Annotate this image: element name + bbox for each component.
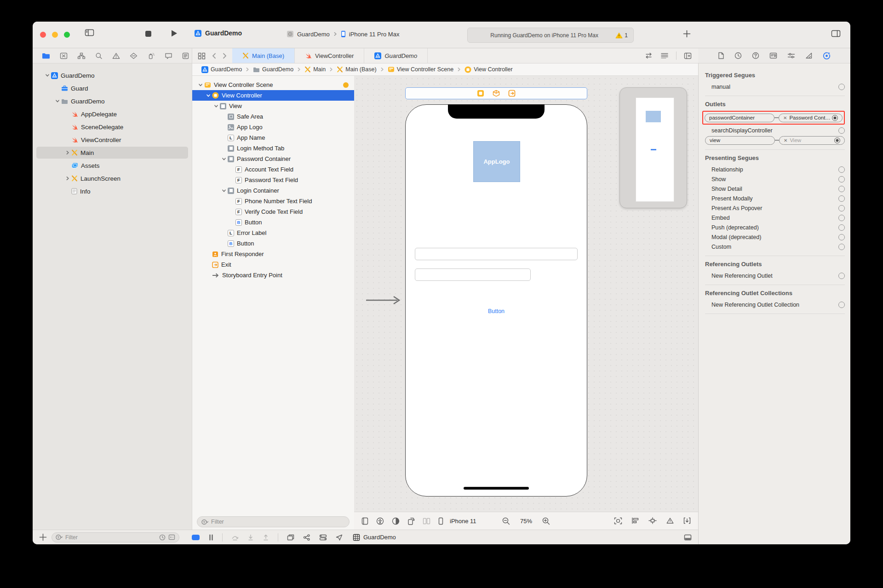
run-button[interactable]	[171, 29, 178, 37]
outline-row-account-text-field[interactable]: FAccount Text Field	[192, 164, 354, 175]
outline-row-safe-area[interactable]: Safe Area	[192, 111, 354, 122]
connection-well[interactable]	[838, 215, 845, 221]
view-controller-header-bar[interactable]	[405, 87, 587, 99]
sidebar-item-launchscreen[interactable]: LaunchScreen	[33, 172, 192, 185]
stop-button[interactable]	[145, 30, 152, 37]
tab-main-base-[interactable]: Main (Base)	[232, 48, 295, 63]
sidebar-item-viewcontroller[interactable]: ViewController	[33, 133, 192, 146]
outline-row-error-label[interactable]: LError Label	[192, 228, 354, 238]
appearance-icon[interactable]	[392, 517, 400, 525]
code-review-icon[interactable]	[644, 52, 653, 59]
connection-well[interactable]	[838, 302, 845, 308]
zoom-in-icon[interactable]	[542, 517, 550, 525]
outline-row-view-controller[interactable]: View Controller	[192, 90, 354, 101]
nav-issues-icon[interactable]	[112, 52, 120, 59]
disclosure-chevron-icon[interactable]	[64, 150, 71, 155]
outlet-name-pill[interactable]: view	[705, 136, 775, 145]
storyboard-entry-point-arrow[interactable]	[365, 295, 403, 305]
iphone-canvas-frame[interactable]: AppLogo Button	[405, 104, 587, 497]
hide-canvas-bar-icon[interactable]	[684, 534, 692, 541]
outline-filter-input[interactable]: Filter	[197, 516, 350, 527]
split-view-icon[interactable]	[423, 518, 430, 525]
source-control-status-icon[interactable]	[168, 534, 175, 540]
connection-well[interactable]	[838, 186, 845, 192]
toggle-inspector-icon[interactable]	[831, 30, 841, 37]
nav-tests-icon[interactable]	[130, 52, 138, 59]
inspector-file-icon[interactable]	[718, 52, 724, 59]
zoom-window-button[interactable]	[64, 32, 70, 38]
zoom-out-icon[interactable]	[502, 517, 510, 525]
outlet-target-pill[interactable]: ✕Password Cont…	[779, 114, 843, 122]
first-responder-icon[interactable]	[493, 90, 500, 97]
breadcrumb-item[interactable]: GuardDemo	[201, 66, 242, 73]
outline-row-phone-number-text-field[interactable]: FPhone Number Text Field	[192, 196, 354, 206]
disclosure-chevron-icon[interactable]	[54, 99, 61, 103]
canvas-button[interactable]: Button	[406, 308, 587, 314]
sidebar-item-info[interactable]: Info	[33, 185, 192, 198]
outline-row-view[interactable]: View	[192, 101, 354, 111]
nav-breakpoints-icon[interactable]	[165, 52, 172, 59]
forward-icon[interactable]	[223, 53, 227, 59]
pause-layout-icon[interactable]	[209, 534, 213, 541]
orientation-icon[interactable]	[407, 517, 415, 525]
disclosure-chevron-icon[interactable]	[212, 104, 220, 108]
debug-hierarchy-icon[interactable]	[303, 534, 310, 541]
environment-overrides-icon[interactable]	[319, 534, 327, 541]
view-stack-icon[interactable]	[287, 534, 294, 541]
storyboard-minimap[interactable]	[619, 87, 687, 208]
add-editor-icon[interactable]	[684, 52, 692, 59]
update-frames-icon[interactable]	[614, 517, 622, 525]
disclosure-chevron-icon[interactable]	[64, 176, 71, 181]
connection-well-filled[interactable]	[834, 137, 840, 143]
sidebar-item-guard[interactable]: Guard	[33, 82, 192, 95]
view-controller-icon[interactable]	[477, 90, 484, 97]
outline-row-button[interactable]: BButton	[192, 217, 354, 228]
outline-row-verify-code-text-field[interactable]: FVerify Code Text Field	[192, 206, 354, 217]
outlet-name-pill[interactable]: passwordContainer	[705, 114, 774, 122]
tab-viewcontroller[interactable]: ViewController	[295, 48, 364, 63]
connection-well[interactable]	[838, 127, 845, 134]
adjust-editor-icon[interactable]	[660, 53, 669, 58]
outline-row-password-container[interactable]: Password Container	[192, 154, 354, 164]
connection-well[interactable]	[838, 84, 845, 90]
outline-row-exit[interactable]: Exit	[192, 259, 354, 270]
add-constraints-icon[interactable]	[648, 517, 657, 525]
nav-symbols-icon[interactable]	[77, 52, 86, 59]
connection-well[interactable]	[838, 166, 845, 173]
inspector-help-icon[interactable]	[752, 52, 759, 59]
disclosure-chevron-icon[interactable]	[205, 93, 212, 98]
library-add-button[interactable]	[683, 30, 691, 38]
sidebar-item-assets[interactable]: Assets	[33, 159, 192, 172]
disclosure-chevron-icon[interactable]	[197, 83, 204, 87]
connection-well[interactable]	[838, 205, 845, 211]
sidebar-item-guarddemo[interactable]: GuardDemo	[33, 95, 192, 108]
step-over-icon[interactable]	[231, 534, 239, 541]
device-select-icon[interactable]	[438, 517, 443, 525]
breadcrumb-item[interactable]: View Controller	[464, 66, 513, 73]
device-bezel-icon[interactable]	[361, 517, 368, 525]
recent-files-icon[interactable]	[159, 534, 166, 541]
sidebar-item-scenedelegate[interactable]: SceneDelegate	[33, 120, 192, 133]
connection-well[interactable]	[838, 176, 845, 183]
inspector-size-icon[interactable]	[805, 52, 813, 59]
outlet-target-pill[interactable]: ✕View	[779, 136, 845, 145]
close-window-button[interactable]	[40, 32, 46, 38]
disconnect-icon[interactable]: ✕	[783, 115, 787, 120]
connection-well[interactable]	[838, 244, 845, 250]
connection-well[interactable]	[838, 224, 845, 231]
disclosure-chevron-icon[interactable]	[220, 188, 228, 193]
embed-icon[interactable]	[683, 517, 691, 525]
sidebar-item-appdelegate[interactable]: AppDelegate	[33, 108, 192, 120]
warning-badge[interactable]: 1	[615, 32, 628, 39]
inspector-history-icon[interactable]	[734, 52, 742, 59]
password-text-field[interactable]	[415, 268, 531, 281]
app-logo-view[interactable]: AppLogo	[473, 141, 520, 182]
device-name[interactable]: iPhone 11	[450, 518, 476, 525]
outline-row-password-text-field[interactable]: FPassword Text Field	[192, 175, 354, 185]
align-icon[interactable]	[631, 517, 639, 525]
account-text-field[interactable]	[415, 248, 578, 260]
nav-debug-icon[interactable]	[147, 52, 155, 59]
storyboard-canvas[interactable]: AppLogo Button	[354, 76, 698, 512]
sidebar-item-guarddemo[interactable]: GuardDemo	[33, 69, 192, 82]
connection-well[interactable]	[838, 234, 845, 240]
